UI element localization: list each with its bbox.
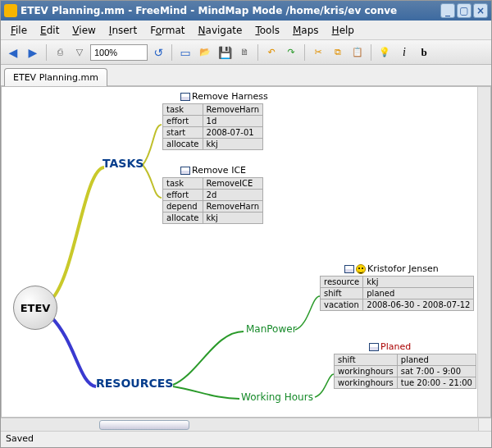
- table-row: start2008-07-01: [163, 127, 263, 139]
- table-remove-harness[interactable]: taskRemoveHarn effort1d start2008-07-01 …: [162, 103, 263, 150]
- root-node[interactable]: ETEV: [13, 286, 57, 330]
- mindmap-canvas[interactable]: ETEV TASKS RESOURCES ManPower Working Ho…: [2, 87, 477, 417]
- label: Remove Harness: [192, 91, 268, 102]
- cut-button[interactable]: ✂: [309, 43, 327, 62]
- undo-button[interactable]: ↶: [262, 43, 280, 62]
- calendar-icon: [180, 93, 190, 101]
- node-tasks[interactable]: TASKS: [102, 157, 144, 170]
- app-icon: [4, 4, 17, 17]
- tabstrip: ETEV Planning.mm: [1, 65, 491, 86]
- save-button[interactable]: 💾: [216, 43, 234, 62]
- menu-maps[interactable]: Maps: [288, 23, 324, 38]
- table-row: resourcekkj: [321, 277, 474, 288]
- table-row: effort2d: [163, 190, 263, 201]
- app-window: ETEV Planning.mm - FreeMind - MindMap Mo…: [0, 0, 492, 448]
- node-kristofor-title[interactable]: Kristofor Jensen: [344, 263, 439, 274]
- paste-button[interactable]: 📋: [348, 43, 367, 62]
- forward-button[interactable]: ▶: [24, 43, 42, 62]
- calendar-icon: [180, 167, 190, 175]
- scrollbar-horizontal[interactable]: [1, 418, 478, 431]
- zoom-apply-button[interactable]: ↺: [149, 43, 167, 62]
- scroll-corner: [478, 418, 491, 431]
- separator: [257, 44, 258, 61]
- zoom-combo[interactable]: [90, 44, 148, 61]
- saveas-button[interactable]: 🗎: [235, 43, 253, 62]
- node-working-hours[interactable]: Working Hours: [241, 391, 313, 403]
- scrollbar-vertical[interactable]: [477, 87, 490, 417]
- table-row: dependRemoveHarn: [163, 201, 263, 213]
- menu-edit[interactable]: Edit: [35, 23, 64, 38]
- idea-button[interactable]: 💡: [376, 43, 394, 62]
- menu-file[interactable]: File: [6, 23, 32, 38]
- status-text: Saved: [6, 433, 34, 444]
- table-planed[interactable]: shiftplaned workinghourssat 7:00 - 9:00 …: [334, 354, 476, 389]
- menu-help[interactable]: Help: [327, 23, 359, 38]
- calendar-icon: [369, 343, 379, 351]
- tab-document[interactable]: ETEV Planning.mm: [4, 68, 107, 86]
- table-row: shiftplaned: [321, 288, 474, 299]
- copy-button[interactable]: ⧉: [329, 43, 347, 62]
- table-row: workinghourstue 20:00 - 21:00: [335, 377, 476, 389]
- table-row: allocatekkj: [163, 213, 263, 224]
- table-row: taskRemoveICE: [163, 178, 263, 190]
- label: Planed: [380, 341, 411, 352]
- node-planed-title[interactable]: Planed: [369, 341, 411, 352]
- table-kristofor[interactable]: resourcekkj shiftplaned vacation2008-06-…: [320, 276, 474, 311]
- print-button[interactable]: ⎙: [51, 43, 69, 62]
- separator: [171, 44, 172, 61]
- filter-button[interactable]: ▽: [71, 43, 89, 62]
- minimize-button[interactable]: _: [440, 3, 455, 18]
- italic-button[interactable]: i: [395, 43, 413, 62]
- label: Kristofor Jensen: [367, 263, 439, 274]
- canvas-area: ETEV TASKS RESOURCES ManPower Working Ho…: [1, 86, 491, 418]
- menu-tools[interactable]: Tools: [250, 23, 285, 38]
- table-remove-ice[interactable]: taskRemoveICE effort2d dependRemoveHarn …: [162, 177, 263, 224]
- redo-button[interactable]: ↷: [282, 43, 300, 62]
- maximize-button[interactable]: ▢: [457, 3, 472, 18]
- statusbar: Saved: [1, 431, 491, 447]
- label: Remove ICE: [192, 165, 246, 176]
- menubar: File Edit View Insert Format Navigate To…: [1, 21, 491, 40]
- titlebar: ETEV Planning.mm - FreeMind - MindMap Mo…: [1, 1, 491, 21]
- node-remove-ice-title[interactable]: Remove ICE: [180, 165, 246, 176]
- table-row: workinghourssat 7:00 - 9:00: [335, 366, 476, 377]
- scrollbar-h-wrap: [1, 418, 491, 431]
- new-button[interactable]: ▭: [176, 43, 194, 62]
- menu-format[interactable]: Format: [145, 23, 189, 38]
- menu-insert[interactable]: Insert: [104, 23, 142, 38]
- smiley-icon: [356, 264, 366, 274]
- table-row: allocatekkj: [163, 139, 263, 150]
- window-title: ETEV Planning.mm - FreeMind - MindMap Mo…: [20, 5, 439, 16]
- table-row: taskRemoveHarn: [163, 104, 263, 116]
- table-row: effort1d: [163, 116, 263, 127]
- open-button[interactable]: 📂: [196, 43, 214, 62]
- back-button[interactable]: ◀: [4, 43, 22, 62]
- node-resources[interactable]: RESOURCES: [96, 377, 173, 390]
- separator: [304, 44, 305, 61]
- table-row: vacation2008-06-30 - 2008-07-12: [321, 299, 474, 311]
- table-row: shiftplaned: [335, 354, 476, 366]
- scrollbar-thumb[interactable]: [99, 420, 189, 430]
- node-manpower[interactable]: ManPower: [246, 323, 297, 335]
- menu-navigate[interactable]: Navigate: [194, 23, 248, 38]
- menu-view[interactable]: View: [67, 23, 100, 38]
- node-remove-harness-title[interactable]: Remove Harness: [180, 91, 268, 102]
- calendar-icon: [344, 265, 354, 273]
- bold-button[interactable]: b: [415, 43, 433, 62]
- separator: [46, 44, 47, 61]
- toolbar: ◀ ▶ ⎙ ▽ ↺ ▭ 📂 💾 🗎 ↶ ↷ ✂ ⧉ 📋 💡 i b: [1, 40, 491, 65]
- separator: [371, 44, 371, 61]
- close-button[interactable]: ×: [473, 3, 488, 18]
